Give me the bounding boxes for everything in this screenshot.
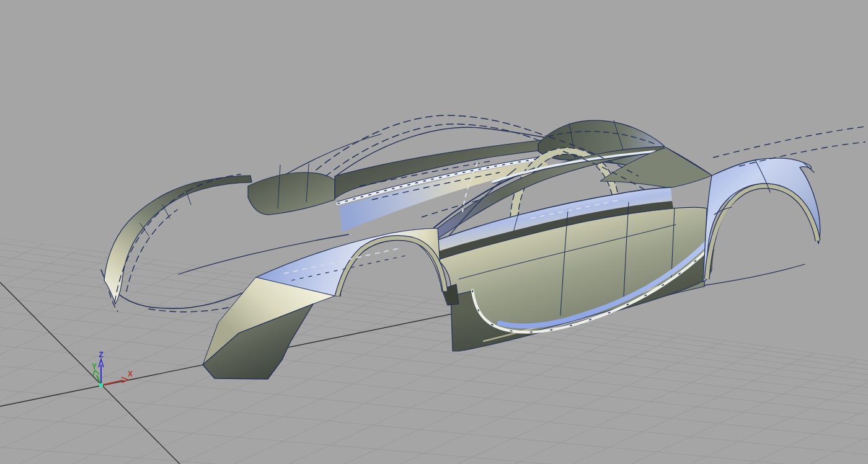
viewport-canvas[interactable]: Z Y X [0, 0, 868, 464]
cad-application-window: Z Y X [0, 0, 868, 464]
x-axis-label: X [128, 370, 133, 378]
z-axis-label: Z [99, 350, 103, 359]
y-axis-label: Y [92, 362, 97, 371]
origin-marker [99, 383, 103, 387]
